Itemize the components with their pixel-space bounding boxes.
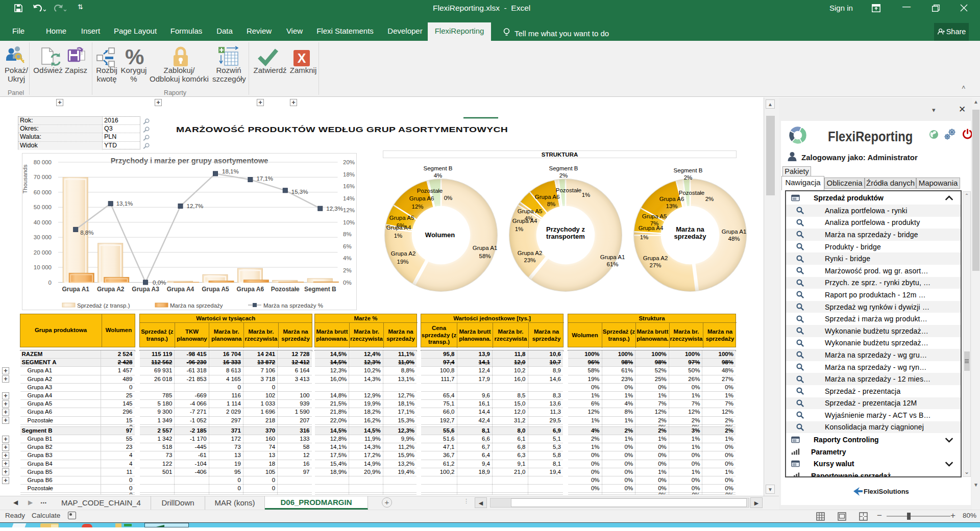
svg-text:Przychody z: Przychody z [546,225,585,233]
svg-text:1%: 1% [394,233,403,239]
svg-text:18,1%: 18,1% [222,168,239,174]
svg-text:27%: 27% [649,262,661,268]
svg-text:Pozostałe: Pozostałe [271,286,300,293]
svg-text:1%: 1% [582,192,591,198]
svg-text:1%: 1% [640,234,649,240]
svg-text:%: % [125,45,144,69]
svg-text:15,3%: 15,3% [291,189,308,195]
svg-text:0: 0 [48,280,52,286]
svg-text:18%: 18% [343,171,355,178]
svg-text:2%: 2% [559,172,568,179]
svg-text:Grupa A6: Grupa A6 [659,196,684,202]
svg-text:80 000: 80 000 [34,159,52,165]
svg-text:Marża na sprzedaży: Marża na sprzedaży [170,302,223,309]
svg-text:Segment B: Segment B [304,286,336,293]
svg-text:8%: 8% [547,201,556,207]
svg-text:12,3%: 12,3% [326,206,343,212]
svg-text:0%: 0% [343,280,352,286]
svg-text:0%: 0% [444,195,453,201]
svg-text:X: X [298,51,306,65]
svg-text:12,7%: 12,7% [187,203,204,209]
svg-text:70 000: 70 000 [34,174,52,180]
svg-text:FlexiSolutions: FlexiSolutions [864,488,909,495]
svg-text:Grupa A2: Grupa A2 [391,250,416,257]
svg-text:Marża na: Marża na [676,225,704,233]
svg-text:2%: 2% [705,196,714,202]
svg-text:2%: 2% [684,174,693,181]
svg-text:10 000: 10 000 [34,264,52,270]
svg-text:6%: 6% [343,243,352,249]
svg-text:4%: 4% [343,255,352,261]
svg-text:Grupa A4: Grupa A4 [639,225,664,231]
svg-text:1%: 1% [515,226,524,232]
svg-text:13,1%: 13,1% [116,200,133,207]
svg-text:Grupa A2: Grupa A2 [518,250,543,256]
svg-text:Grupa A5: Grupa A5 [389,215,414,221]
svg-text:Grupa A5: Grupa A5 [642,213,667,219]
svg-text:Segment B: Segment B [424,165,453,171]
svg-text:48%: 48% [728,236,740,242]
svg-text:2%: 2% [343,267,352,273]
svg-text:40 000: 40 000 [34,219,52,225]
svg-text:20%: 20% [343,159,355,165]
svg-text:58%: 58% [479,253,491,259]
svg-text:61%: 61% [606,261,618,267]
svg-text:Grupa A2: Grupa A2 [643,255,668,261]
svg-text:8,8%: 8,8% [80,230,93,236]
svg-text:30 000: 30 000 [34,234,52,240]
svg-text:10%: 10% [343,219,355,225]
svg-text:sprzedaży: sprzedaży [674,233,707,240]
svg-text:transportem: transportem [546,233,585,240]
svg-text:Grupa A1: Grupa A1 [473,245,498,251]
svg-text:4%: 4% [434,172,443,179]
svg-text:50 000: 50 000 [34,204,52,210]
svg-text:Grupa A6: Grupa A6 [535,194,560,200]
svg-text:14%: 14% [343,195,355,201]
svg-text:Segment B: Segment B [549,165,578,171]
svg-text:Grupa A1: Grupa A1 [62,286,89,293]
svg-text:Pozostałe: Pozostałe [556,187,582,193]
svg-text:Grupa A5: Grupa A5 [202,286,229,293]
svg-text:Grupa A6: Grupa A6 [409,195,434,201]
svg-text:Thousands: Thousands [22,164,28,193]
svg-text:Wolumen: Wolumen [425,231,455,239]
svg-text:8%: 8% [343,231,352,237]
svg-text:17,1%: 17,1% [256,175,273,182]
svg-text:Pozostałe: Pozostałe [417,188,443,194]
svg-text:0,0%: 0,0% [153,280,166,286]
svg-text:Przychody i marże per grupy as: Przychody i marże per grupy asortymentow… [111,157,268,165]
svg-text:23%: 23% [524,257,535,263]
svg-text:Grupa A4: Grupa A4 [167,286,194,293]
svg-text:Grupa A3: Grupa A3 [132,286,159,293]
svg-text:Pozostałe: Pozostałe [679,190,705,196]
svg-text:19%: 19% [397,259,408,265]
svg-text:Grupa A5: Grupa A5 [518,208,543,214]
svg-text:20 000: 20 000 [34,249,52,256]
svg-text:Grupa A2: Grupa A2 [97,286,125,293]
svg-text:12%: 12% [411,204,423,210]
svg-text:Grupa A1: Grupa A1 [600,254,625,260]
svg-text:12%: 12% [343,207,355,213]
svg-text:Sprzedaż (z transp.): Sprzedaż (z transp.) [77,302,130,309]
svg-text:Marża na sprzedaży %: Marża na sprzedaży % [263,302,323,309]
svg-text:13%: 13% [666,203,677,209]
svg-text:Grupa A4: Grupa A4 [386,224,411,231]
svg-text:Segment B: Segment B [674,167,703,173]
svg-text:Grupa A6: Grupa A6 [237,286,264,293]
svg-text:60 000: 60 000 [34,189,52,195]
svg-text:Grupa A1: Grupa A1 [722,229,747,235]
svg-text:16%: 16% [343,183,355,189]
svg-text:4%: 4% [525,215,533,221]
